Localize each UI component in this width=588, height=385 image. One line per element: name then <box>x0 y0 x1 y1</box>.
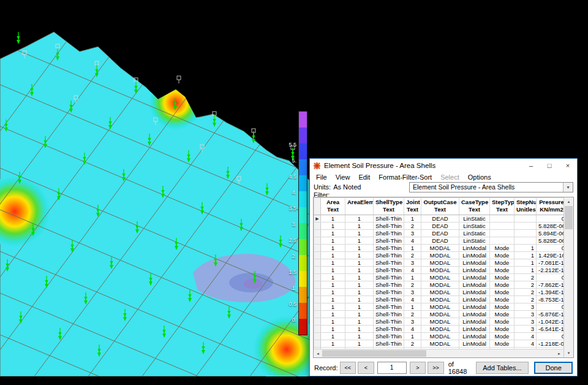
table-cell: 1 <box>345 311 374 318</box>
legend-tick-label: 5.5 <box>277 142 296 148</box>
table-cell: 2 <box>404 223 421 230</box>
scroll-down-icon[interactable]: ▼ <box>564 349 573 357</box>
table-cell: 1 <box>321 223 345 230</box>
horizontal-scrollbar[interactable]: ◄ ► <box>314 349 564 357</box>
first-record-button[interactable]: << <box>340 362 356 374</box>
table-cell: 1 <box>345 303 374 311</box>
table-cell: Shell-Thin <box>374 289 404 296</box>
table-cell: Shell-Thin <box>374 303 404 311</box>
table-cell: -7.862E-11 <box>537 281 564 289</box>
table-cell <box>514 237 537 245</box>
table-cell: 1 <box>321 230 345 237</box>
table-cell: DEAD <box>421 223 459 230</box>
legend-color-segment <box>299 191 307 207</box>
table-cell: DEAD <box>421 230 459 237</box>
table-cell: Mode <box>490 281 514 289</box>
table-cell: MODAL <box>421 274 459 281</box>
scroll-up-icon[interactable]: ▲ <box>564 197 573 206</box>
table-cell: LinStatic <box>459 237 490 245</box>
table-cell: Shell-Thin <box>374 326 404 333</box>
table-row: 11Shell-Thin1MODALLinModalMode30 <box>314 303 564 311</box>
table-cell: 1 <box>345 230 374 237</box>
table-cell: LinStatic <box>459 230 490 237</box>
row-marker <box>314 303 321 311</box>
table-cell: MODAL <box>421 245 459 252</box>
add-tables-button[interactable]: Add Tables... <box>476 362 529 374</box>
done-button[interactable]: Done <box>534 362 573 374</box>
horizontal-scroll-thumb[interactable] <box>322 350 426 357</box>
table-cell: LinModal <box>459 326 490 333</box>
maximize-icon[interactable]: □ <box>540 159 559 172</box>
table-cell: LinModal <box>459 252 490 259</box>
menu-options[interactable]: Options <box>464 173 496 181</box>
table-cell: LinModal <box>459 245 490 252</box>
table-cell: 1 <box>321 237 345 245</box>
table-cell: 1 <box>345 326 374 333</box>
table-cell: 2 <box>514 296 537 303</box>
legend-color-segment <box>299 128 307 143</box>
record-bar: Record: << < > >> of 16848 Add Tables...… <box>310 359 577 376</box>
table-cell: Mode <box>490 303 514 311</box>
menu-select[interactable]: Select <box>436 173 464 181</box>
table-cell: 2 <box>514 281 537 289</box>
menu-edit[interactable]: Edit <box>354 173 374 181</box>
table-cell: 4 <box>514 333 537 340</box>
column-header: AreaText <box>321 198 345 215</box>
table-selector-dropdown[interactable]: Element Soil Pressure - Area Shells ▾ <box>409 182 573 192</box>
table-cell: Mode <box>490 259 514 267</box>
table-cell: 1 <box>321 311 345 318</box>
last-record-button[interactable]: >> <box>428 362 444 374</box>
column-header: StepNumUnitless <box>514 198 537 215</box>
minimize-icon[interactable]: – <box>522 159 540 172</box>
table-cell: Shell-Thin <box>374 340 404 348</box>
table-cell: 1 <box>345 340 374 348</box>
scroll-right-icon[interactable]: ► <box>555 349 564 357</box>
row-marker <box>314 230 321 237</box>
record-number-input[interactable] <box>377 362 407 374</box>
legend-tick-label: 2.5 <box>277 237 296 243</box>
row-marker <box>314 281 321 289</box>
row-marker <box>314 252 321 259</box>
next-record-button[interactable]: > <box>410 362 426 374</box>
table-cell: 4 <box>404 267 421 274</box>
table-cell: 1 <box>345 237 374 245</box>
table-cell: DEAD <box>421 215 459 223</box>
menu-view[interactable]: View <box>331 173 355 181</box>
table-cell: 2 <box>404 252 421 259</box>
column-header: OutputCaseText <box>421 198 459 215</box>
title-bar[interactable]: Element Soil Pressure - Area Shells – □ … <box>310 159 577 172</box>
table-cell: 1 <box>321 274 345 281</box>
row-marker <box>314 274 321 281</box>
table-cell: 0 <box>537 245 564 252</box>
close-icon[interactable]: × <box>559 159 577 172</box>
legend-color-segment <box>299 239 307 255</box>
table-cell: 3 <box>404 289 421 296</box>
menu-format-filter-sort[interactable]: Format-Filter-Sort <box>374 173 436 181</box>
table-row: 11Shell-Thin2MODALLinModalMode3-5.876E-1… <box>314 311 564 318</box>
legend-color-segment <box>299 255 307 271</box>
menu-file[interactable]: File <box>312 173 331 181</box>
scroll-left-icon[interactable]: ◄ <box>314 349 322 357</box>
table-cell: 4 <box>404 326 421 333</box>
table-cell: Mode <box>490 326 514 333</box>
prev-record-button[interactable]: < <box>358 362 374 374</box>
table-cell: 1 <box>345 333 374 340</box>
table-cell <box>514 215 537 223</box>
table-cell: MODAL <box>421 340 459 348</box>
table-cell: -1.394E-10 <box>537 289 564 296</box>
table-cell: Shell-Thin <box>374 281 404 289</box>
table-cell: LinModal <box>459 311 490 318</box>
column-header: ShellTypeText <box>374 198 404 215</box>
column-header: JointText <box>404 198 421 215</box>
table-row: 11Shell-Thin3MODALLinModalMode2-1.394E-1… <box>314 289 564 296</box>
table-row: 11Shell-Thin4MODALLinModalMode1-2.212E-1… <box>314 267 564 274</box>
table-cell: Shell-Thin <box>374 311 404 318</box>
table-cell: Shell-Thin <box>374 215 404 223</box>
legend-tick-label: 0.5 <box>277 301 296 307</box>
vertical-scroll-thumb[interactable] <box>565 206 573 229</box>
legend-color-segment <box>299 159 307 175</box>
table-cell: 3 <box>514 311 537 318</box>
table-cell: DEAD <box>421 237 459 245</box>
vertical-scrollbar[interactable]: ▲ ▼ <box>564 197 573 357</box>
table-cell: 1 <box>345 223 374 230</box>
